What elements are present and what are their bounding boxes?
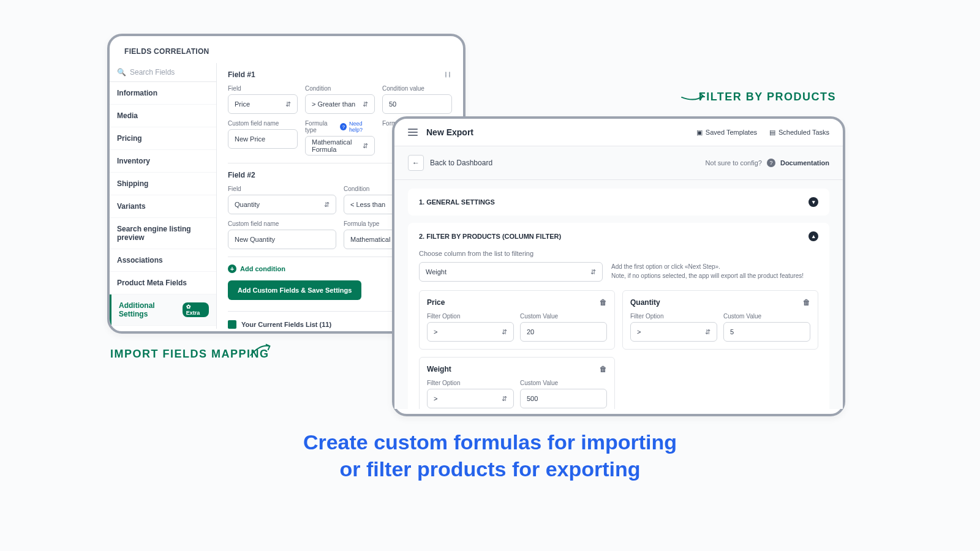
menu-icon[interactable]: [408, 129, 418, 136]
condition-select[interactable]: > Greater than⇵: [305, 94, 375, 114]
callout-import: IMPORT FIELDS MAPPING: [110, 348, 270, 361]
template-icon: ▣: [696, 129, 703, 137]
chevron-icon: ⇵: [324, 201, 330, 209]
filter-card-weight: Weight🗑 Filter Option>⇵ Custom Value500: [419, 357, 615, 409]
help-icon: ?: [767, 159, 775, 167]
sidebar-item-seo[interactable]: Search engine listing preview: [110, 218, 216, 249]
filter-card-quantity: Quantity🗑 Filter Option>⇵ Custom Value5: [622, 290, 818, 350]
sidebar-item-information[interactable]: Information: [110, 82, 216, 105]
custom-value-input[interactable]: 20: [520, 322, 607, 342]
search-icon: 🔍: [117, 68, 126, 77]
callout-filter: FILTER BY PRODUCTS: [699, 91, 836, 103]
field-block-title: Field #2: [228, 171, 255, 179]
back-to-dashboard-button[interactable]: ← Back to Dashboard: [408, 155, 492, 171]
sidebar-item-import-cond[interactable]: Import Conditions✿ Extra: [110, 326, 216, 334]
chevron-down-icon: ▾: [809, 197, 818, 207]
panel-title: New Export: [426, 127, 473, 137]
chevron-icon: ⇵: [363, 142, 368, 150]
sidebar-item-shipping[interactable]: Shipping: [110, 173, 216, 195]
help-link[interactable]: Need help?: [349, 121, 375, 133]
saved-templates-link[interactable]: ▣Saved Templates: [696, 129, 757, 137]
custom-field-name-input[interactable]: New Quantity: [228, 230, 336, 249]
chevron-icon: ⇵: [590, 268, 596, 276]
sidebar-item-pricing[interactable]: Pricing: [110, 127, 216, 150]
sidebar-item-variants[interactable]: Variants: [110, 195, 216, 218]
formula-type-select[interactable]: Mathematical Formula⇵: [305, 136, 375, 156]
sidebar-item-associations[interactable]: Associations: [110, 249, 216, 272]
chevron-icon: ⇵: [363, 100, 368, 108]
search-fields-input[interactable]: 🔍 Search Fields: [110, 63, 216, 82]
filter-option-select[interactable]: >⇵: [427, 322, 514, 342]
trash-icon[interactable]: 🗑: [803, 298, 810, 307]
sidebar-item-media[interactable]: Media: [110, 105, 216, 127]
trash-icon[interactable]: 🗑: [600, 365, 607, 373]
filter-option-select[interactable]: >⇵: [427, 389, 514, 408]
chevron-icon: ⇵: [502, 395, 507, 403]
config-hint: Not sure to config?: [706, 159, 762, 167]
schedule-icon: ▤: [769, 129, 775, 137]
custom-field-name-input[interactable]: New Price: [228, 129, 298, 149]
arrow-icon: [247, 340, 274, 359]
scheduled-tasks-link[interactable]: ▤Scheduled Tasks: [769, 129, 829, 137]
filter-option-select[interactable]: >⇵: [630, 322, 717, 342]
sidebar-item-inventory[interactable]: Inventory: [110, 150, 216, 173]
back-arrow-icon: ←: [408, 155, 424, 171]
documentation-link[interactable]: Documentation: [780, 159, 829, 167]
list-icon: [228, 320, 236, 329]
panel-title: FIELDS CORRELATION: [110, 36, 463, 63]
arrow-icon: [679, 87, 707, 109]
sidebar: 🔍 Search Fields Information Media Pricin…: [110, 63, 217, 329]
extra-badge: ✿ Extra: [181, 332, 209, 334]
plus-icon: +: [228, 264, 236, 273]
new-export-panel: New Export ▣Saved Templates ▤Scheduled T…: [392, 116, 845, 416]
column-select[interactable]: Weight⇵: [419, 262, 603, 282]
condition-value-input[interactable]: 50: [382, 94, 452, 114]
custom-value-input[interactable]: 500: [520, 389, 607, 408]
field-select[interactable]: Quantity⇵: [228, 195, 336, 214]
filter-card-price: Price🗑 Filter Option>⇵ Custom Value20: [419, 290, 615, 350]
chevron-icon: ⇵: [502, 328, 507, 336]
current-fields-label: Your Current Fields List (11): [241, 321, 331, 328]
field-block-title: Field #1: [228, 70, 255, 79]
chevron-up-icon[interactable]: ▴: [809, 231, 818, 241]
drag-icon[interactable]: ⁞⁞: [445, 70, 452, 79]
save-settings-button[interactable]: Add Custom Fields & Save Settings: [228, 280, 361, 300]
trash-icon[interactable]: 🗑: [600, 298, 607, 307]
filter-products-card: 2. FILTER BY PRODUCTS (COLUMN FILTER)▴ C…: [408, 223, 829, 409]
headline: Create custom formulas for importing or …: [0, 429, 980, 482]
field-select[interactable]: Price⇵: [228, 94, 298, 114]
help-icon[interactable]: ?: [340, 123, 347, 130]
extra-badge: ✿ Extra: [183, 302, 209, 317]
general-settings-card[interactable]: 1. GENERAL SETTINGS▾: [408, 189, 829, 216]
chevron-icon: ⇵: [285, 100, 291, 108]
sidebar-item-additional[interactable]: Additional Settings✿ Extra: [110, 294, 216, 326]
sidebar-item-meta[interactable]: Product Meta Fields: [110, 272, 216, 294]
chevron-icon: ⇵: [705, 328, 710, 336]
custom-value-input[interactable]: 5: [723, 322, 810, 342]
filter-note: Add the first option or click «Next Step…: [611, 262, 818, 280]
